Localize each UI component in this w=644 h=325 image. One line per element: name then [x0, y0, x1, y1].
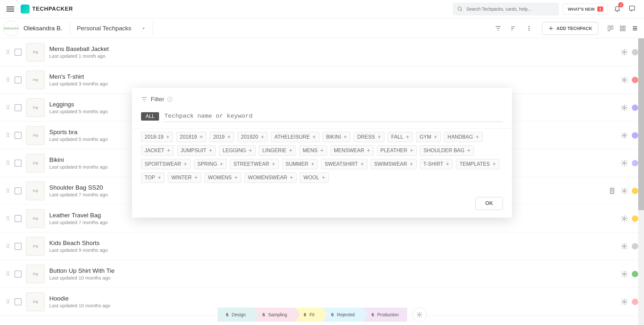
- tag-label: SPORTSWEAR: [145, 161, 181, 167]
- filter-tag[interactable]: BIKINI+: [323, 132, 351, 142]
- tag-label: TEMPLATES: [459, 161, 490, 167]
- plus-icon: +: [344, 134, 347, 140]
- tag-label: SHOULDER BAG: [423, 148, 464, 153]
- plus-icon: +: [434, 134, 437, 140]
- plus-icon: +: [311, 161, 315, 167]
- filter-tag[interactable]: SPRING+: [194, 159, 227, 169]
- tag-label: JUMPSUIT: [181, 148, 206, 153]
- plus-icon: +: [234, 175, 238, 181]
- filter-tag[interactable]: 201819+: [176, 132, 206, 142]
- tag-label: SWIMSWEAR: [374, 161, 407, 167]
- plus-icon: +: [167, 148, 170, 153]
- filter-tag[interactable]: SPORTSWEAR+: [141, 159, 191, 169]
- tag-label: WOMENS: [208, 175, 232, 181]
- plus-icon: +: [194, 175, 198, 181]
- filter-tag[interactable]: STREETWEAR+: [230, 159, 279, 169]
- tag-label: LEGGING: [223, 148, 246, 153]
- filter-tag[interactable]: FALL+: [388, 132, 413, 142]
- filter-tag[interactable]: WOMENSWEAR+: [244, 172, 297, 183]
- tag-label: BIKINI: [326, 134, 341, 140]
- plus-icon: +: [312, 134, 316, 140]
- tag-label: MENS: [303, 148, 317, 153]
- filter-tag[interactable]: WOOL+: [300, 172, 328, 183]
- tag-label: WOMENSWEAR: [248, 175, 287, 181]
- filter-tag[interactable]: JACKET+: [141, 145, 174, 156]
- filter-tag[interactable]: T-SHIRT+: [420, 159, 453, 169]
- filter-title: Filter: [151, 96, 164, 103]
- plus-icon: +: [261, 134, 264, 140]
- tag-label: HANDBAG: [448, 134, 473, 140]
- plus-icon: +: [467, 148, 470, 153]
- plus-icon: +: [220, 161, 223, 167]
- plus-icon: +: [367, 148, 370, 153]
- plus-icon: +: [406, 134, 409, 140]
- plus-icon: +: [289, 148, 292, 153]
- tag-label: WOOL: [303, 175, 319, 181]
- plus-icon: +: [410, 161, 413, 167]
- filter-tag[interactable]: TOP+: [141, 172, 165, 183]
- filter-tag[interactable]: LINGERIE+: [259, 145, 296, 156]
- filter-tags-container: 2018-19+201819+2019+201920+ATHELEISURE+B…: [132, 128, 512, 192]
- tag-label: T-SHIRT: [423, 161, 443, 167]
- filter-tag[interactable]: WOMENS+: [204, 172, 241, 183]
- plus-icon: +: [166, 134, 170, 140]
- tag-label: 201819: [180, 134, 197, 140]
- tag-label: 2018-19: [145, 134, 164, 140]
- filter-tag[interactable]: SUMMER+: [282, 159, 318, 169]
- filter-tag[interactable]: TEMPLATES+: [456, 159, 499, 169]
- plus-icon: +: [290, 175, 293, 181]
- filter-tag[interactable]: GYM+: [416, 132, 441, 142]
- filter-tag[interactable]: HANDBAG+: [444, 132, 483, 142]
- filter-tag[interactable]: WINTER+: [168, 172, 201, 183]
- plus-icon: +: [200, 134, 203, 140]
- all-chip[interactable]: ALL: [141, 112, 159, 121]
- filter-tag[interactable]: 2018-19+: [141, 132, 173, 142]
- plus-icon: +: [184, 161, 187, 167]
- filter-tag[interactable]: SWIMSWEAR+: [371, 159, 417, 169]
- plus-icon: +: [158, 175, 161, 181]
- tag-label: STREETWEAR: [233, 161, 269, 167]
- plus-icon: +: [410, 148, 413, 153]
- filter-tag[interactable]: DRESS+: [354, 132, 384, 142]
- plus-icon: +: [272, 161, 275, 167]
- tag-label: DRESS: [357, 134, 375, 140]
- filter-tag[interactable]: MENSWEAR+: [330, 145, 374, 156]
- tag-label: JACKET: [145, 148, 164, 153]
- filter-tag[interactable]: 201920+: [237, 132, 268, 142]
- tag-label: ATHELEISURE: [274, 134, 310, 140]
- plus-icon: +: [446, 161, 450, 167]
- tag-label: 2019: [213, 134, 225, 140]
- plus-icon: +: [322, 175, 325, 181]
- filter-tag[interactable]: SWEATSHIRT+: [321, 159, 367, 169]
- filter-tag[interactable]: ATHELEISURE+: [271, 132, 319, 142]
- plus-icon: +: [227, 134, 231, 140]
- tag-label: PLEATHER: [381, 148, 407, 153]
- ok-button[interactable]: OK: [475, 197, 503, 210]
- filter-search-input[interactable]: [164, 111, 503, 122]
- filter-tag[interactable]: MENS+: [299, 145, 327, 156]
- tag-label: MENSWEAR: [334, 148, 364, 153]
- tag-label: LINGERIE: [262, 148, 287, 153]
- filter-modal-backdrop: Filter i ALL 2018-19+201819+2019+201920+…: [0, 0, 644, 325]
- tag-label: FALL: [391, 134, 403, 140]
- plus-icon: +: [378, 134, 381, 140]
- plus-icon: +: [361, 161, 364, 167]
- tag-label: TOP: [145, 175, 155, 181]
- tag-label: WINTER: [171, 175, 192, 181]
- plus-icon: +: [249, 148, 252, 153]
- filter-tag[interactable]: JUMPSUIT+: [177, 145, 216, 156]
- filter-tag[interactable]: PLEATHER+: [377, 145, 417, 156]
- tag-label: GYM: [420, 134, 431, 140]
- tag-label: 201920: [241, 134, 258, 140]
- filter-tag[interactable]: 2019+: [210, 132, 234, 142]
- info-icon[interactable]: i: [167, 97, 173, 102]
- plus-icon: +: [476, 134, 479, 140]
- plus-icon: +: [492, 161, 496, 167]
- plus-icon: +: [320, 148, 324, 153]
- filter-tag[interactable]: SHOULDER BAG+: [420, 145, 474, 156]
- tag-label: SPRING: [197, 161, 217, 167]
- filter-modal: Filter i ALL 2018-19+201819+2019+201920+…: [132, 88, 512, 218]
- tag-label: SUMMER: [286, 161, 308, 167]
- plus-icon: +: [209, 148, 213, 153]
- filter-tag[interactable]: LEGGING+: [219, 145, 255, 156]
